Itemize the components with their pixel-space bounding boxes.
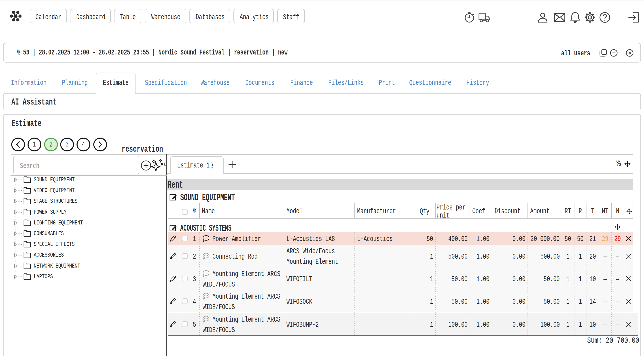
svg-text:AI: AI bbox=[160, 162, 166, 167]
